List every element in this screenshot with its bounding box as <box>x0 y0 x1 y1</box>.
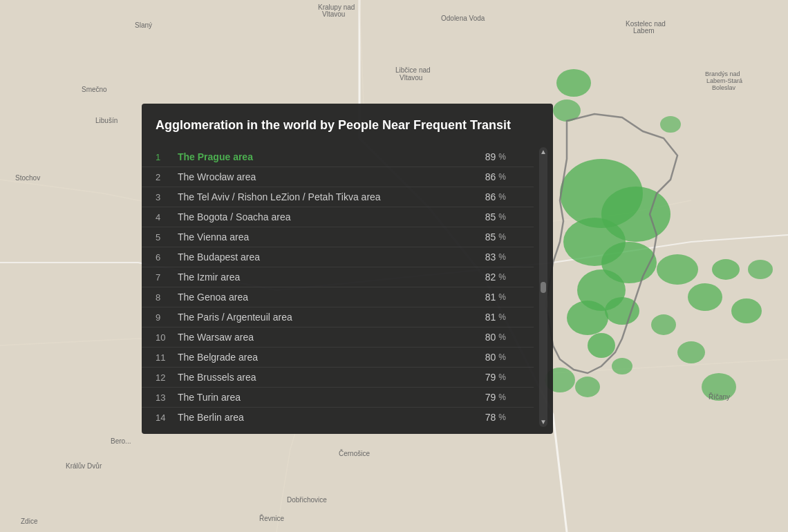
item-rank: 7 <box>156 272 178 283</box>
svg-point-15 <box>748 260 773 279</box>
list-item: 8The Genoa area81% <box>142 287 534 307</box>
scroll-thumb <box>541 282 546 293</box>
item-name: The Izmir area <box>178 272 485 283</box>
svg-text:Libčice nad: Libčice nad <box>395 66 431 74</box>
svg-text:Dobřichovice: Dobřichovice <box>287 496 327 504</box>
svg-text:Říčany: Říčany <box>709 392 730 401</box>
svg-point-13 <box>731 298 762 323</box>
item-value: 82 <box>485 272 496 283</box>
svg-text:Boleslav: Boleslav <box>712 84 736 91</box>
item-value: 85 <box>485 211 496 222</box>
list-item: 11The Belgrade area80% <box>142 347 534 367</box>
list-item: 12The Brussels area79% <box>142 367 534 387</box>
item-percent: % <box>498 252 506 262</box>
list-item: 5The Vienna area85% <box>142 227 534 247</box>
svg-point-9 <box>556 69 591 97</box>
item-rank: 13 <box>156 392 178 403</box>
list-item: 3The Tel Aviv / Rishon LeZion / Petah Ti… <box>142 187 534 207</box>
item-percent: % <box>498 292 506 302</box>
item-name: The Belgrade area <box>178 352 485 363</box>
item-rank: 8 <box>156 292 178 303</box>
item-value: 79 <box>485 392 496 403</box>
list-item: 4The Bogota / Soacha area85% <box>142 207 534 227</box>
item-name: The Turin area <box>178 392 485 403</box>
svg-point-22 <box>660 116 681 133</box>
list-item: 7The Izmir area82% <box>142 267 534 287</box>
svg-point-8 <box>588 333 615 358</box>
list-item: 2The Wrocław area86% <box>142 167 534 187</box>
item-value: 81 <box>485 292 496 303</box>
svg-point-17 <box>575 377 600 397</box>
svg-text:Slaný: Slaný <box>135 21 152 29</box>
svg-text:Libušín: Libušín <box>95 117 118 124</box>
item-rank: 6 <box>156 252 178 263</box>
item-name: The Bogota / Soacha area <box>178 211 485 222</box>
item-value: 86 <box>485 191 496 202</box>
scroll-up-arrow[interactable]: ▲ <box>540 149 547 155</box>
item-rank: 12 <box>156 372 178 383</box>
item-percent: % <box>498 272 506 282</box>
svg-point-18 <box>612 358 632 374</box>
svg-point-6 <box>567 301 608 335</box>
svg-point-10 <box>657 254 698 285</box>
svg-text:Labem-Stará: Labem-Stará <box>706 77 742 84</box>
svg-text:Smečno: Smečno <box>82 86 107 93</box>
svg-point-11 <box>688 283 722 311</box>
data-panel: Agglomeration in the world by People Nea… <box>142 104 553 434</box>
item-name: The Budapest area <box>178 251 485 263</box>
item-percent: % <box>498 212 506 222</box>
item-percent: % <box>498 192 506 202</box>
item-value: 80 <box>485 352 496 363</box>
item-percent: % <box>498 332 506 342</box>
svg-text:Králův Dvůr: Králův Dvůr <box>66 462 102 470</box>
item-value: 78 <box>485 412 496 423</box>
svg-text:Labem: Labem <box>633 27 655 35</box>
svg-text:Řevnice: Řevnice <box>259 514 285 522</box>
item-value: 80 <box>485 332 496 343</box>
svg-text:Odolena Voda: Odolena Voda <box>441 15 485 22</box>
list-item: 10The Warsaw area80% <box>142 327 534 347</box>
item-name: The Berlin area <box>178 412 485 423</box>
panel-scroll-area: 1The Prague area89%2The Wrocław area86%3… <box>142 147 553 427</box>
item-percent: % <box>498 352 506 362</box>
list-item: 14The Berlin area78% <box>142 407 534 427</box>
rankings-list: 1The Prague area89%2The Wrocław area86%3… <box>142 147 534 427</box>
svg-text:Bero...: Bero... <box>111 437 131 445</box>
svg-point-14 <box>651 314 676 335</box>
scrollbar-track: ▲ ▼ <box>539 147 547 427</box>
item-name: The Genoa area <box>178 292 485 303</box>
item-percent: % <box>498 312 506 322</box>
item-rank: 11 <box>156 352 178 363</box>
list-item: 1The Prague area89% <box>142 147 534 167</box>
panel-title: Agglomeration in the world by People Nea… <box>142 117 553 147</box>
item-percent: % <box>498 152 506 162</box>
svg-text:Zdice: Zdice <box>21 517 38 525</box>
item-name: The Wrocław area <box>178 171 485 182</box>
item-value: 79 <box>485 372 496 383</box>
scroll-down-arrow[interactable]: ▼ <box>540 419 547 426</box>
item-rank: 1 <box>156 152 178 162</box>
svg-text:Stochov: Stochov <box>15 174 40 182</box>
item-name: The Prague area <box>178 151 485 162</box>
item-rank: 9 <box>156 312 178 323</box>
item-value: 89 <box>485 151 496 162</box>
svg-point-12 <box>712 259 740 280</box>
item-value: 85 <box>485 231 496 243</box>
item-name: The Vienna area <box>178 231 485 243</box>
item-name: The Paris / Argenteuil area <box>178 312 485 323</box>
list-item: 6The Budapest area83% <box>142 247 534 267</box>
item-name: The Tel Aviv / Rishon LeZion / Petah Tik… <box>178 191 485 202</box>
item-rank: 2 <box>156 172 178 182</box>
list-item: 13The Turin area79% <box>142 387 534 407</box>
svg-text:Černošice: Černošice <box>339 449 370 457</box>
item-rank: 14 <box>156 412 178 423</box>
item-value: 81 <box>485 312 496 323</box>
item-value: 83 <box>485 251 496 263</box>
item-name: The Brussels area <box>178 372 485 383</box>
svg-text:Vltavou: Vltavou <box>322 10 345 18</box>
svg-text:Brandýs nad: Brandýs nad <box>705 70 740 77</box>
list-item: 9The Paris / Argenteuil area81% <box>142 307 534 327</box>
svg-point-19 <box>677 341 705 363</box>
item-percent: % <box>498 372 506 382</box>
item-value: 86 <box>485 171 496 182</box>
